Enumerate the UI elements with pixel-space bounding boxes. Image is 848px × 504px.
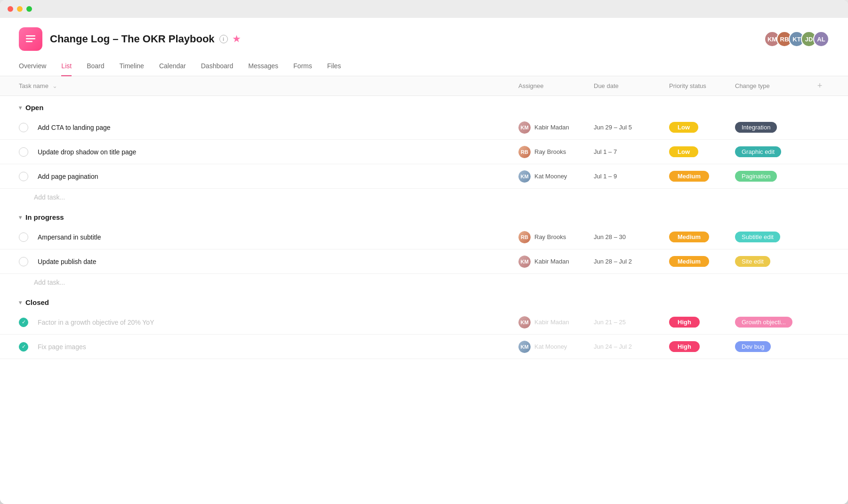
section-header-open[interactable]: ▾ Open xyxy=(0,96,848,115)
task-name: Add page pagination xyxy=(38,173,518,180)
assignee-cell: KM Kat Mooney xyxy=(518,341,594,353)
tab-board[interactable]: Board xyxy=(87,62,104,76)
maximize-button[interactable] xyxy=(26,6,32,12)
assignee-avatar: KM xyxy=(518,121,531,134)
duedate-cell: Jul 1 – 7 xyxy=(594,148,669,155)
table-row[interactable]: Ampersand in subtitle RB Ray Brooks Jun … xyxy=(0,225,848,249)
col-header-duedate: Due date xyxy=(594,82,669,89)
task-name: Fix page images xyxy=(38,343,518,351)
assignee-avatar: KM xyxy=(518,256,531,268)
table-row[interactable]: ✓ Fix page images KM Kat Mooney Jun 24 –… xyxy=(0,335,848,359)
task-checkbox[interactable] xyxy=(19,257,28,266)
priority-badge: Low xyxy=(669,122,698,133)
minimize-button[interactable] xyxy=(17,6,23,12)
duedate-cell: Jun 24 – Jul 2 xyxy=(594,343,669,350)
add-task-open[interactable]: Add task... xyxy=(0,189,848,206)
chevron-down-icon: ▾ xyxy=(19,299,22,306)
changetype-badge: Integration xyxy=(735,122,777,133)
assignee-avatar: KM xyxy=(518,316,531,328)
priority-cell: High xyxy=(669,317,735,328)
add-column-button[interactable]: + xyxy=(810,81,829,91)
tab-overview[interactable]: Overview xyxy=(19,62,46,76)
assignee-cell: KM Kabir Madan xyxy=(518,316,594,328)
priority-badge: Medium xyxy=(669,256,709,267)
task-name: Factor in a growth objective of 20% YoY xyxy=(38,319,518,326)
assignee-name: Kabir Madan xyxy=(534,319,569,326)
table-row[interactable]: Add CTA to landing page KM Kabir Madan J… xyxy=(0,115,848,140)
task-checkbox[interactable] xyxy=(19,147,28,157)
info-icon[interactable]: i xyxy=(219,35,228,43)
changetype-cell: Pagination xyxy=(735,171,810,182)
tab-calendar[interactable]: Calendar xyxy=(159,62,186,76)
task-name: Add CTA to landing page xyxy=(38,124,518,131)
app-body: Change Log – The OKR Playbook i ★ AL JD … xyxy=(0,18,848,504)
add-task-inprogress[interactable]: Add task... xyxy=(0,274,848,291)
header: Change Log – The OKR Playbook i ★ AL JD … xyxy=(0,18,848,51)
star-icon[interactable]: ★ xyxy=(233,34,240,44)
priority-cell: Low xyxy=(669,122,735,133)
chevron-down-icon: ▾ xyxy=(19,104,22,111)
task-checkbox[interactable]: ✓ xyxy=(19,342,28,352)
avatar[interactable]: AL xyxy=(813,31,829,47)
task-name-cell: Update publish date xyxy=(19,257,518,266)
section-header-closed[interactable]: ▾ Closed xyxy=(0,291,848,310)
priority-badge: Medium xyxy=(669,232,709,242)
taskname-chevron-icon[interactable]: ⌄ xyxy=(52,82,57,89)
table-row[interactable]: ✓ Factor in a growth objective of 20% Yo… xyxy=(0,310,848,335)
col-header-taskname: Task name ⌄ xyxy=(19,82,518,89)
svg-rect-2 xyxy=(26,41,32,42)
svg-rect-1 xyxy=(26,38,35,40)
titlebar xyxy=(0,0,848,18)
task-checkbox[interactable] xyxy=(19,232,28,242)
task-name: Update publish date xyxy=(38,258,518,265)
priority-cell: Medium xyxy=(669,232,735,242)
tab-messages[interactable]: Messages xyxy=(248,62,278,76)
header-avatars: AL JD KT RB KM xyxy=(764,31,829,47)
section-label-open: Open xyxy=(25,104,43,112)
section-label-closed: Closed xyxy=(25,298,49,306)
duedate-cell: Jun 21 – 25 xyxy=(594,319,669,326)
duedate-cell: Jul 1 – 9 xyxy=(594,173,669,180)
app-icon xyxy=(19,27,42,51)
tab-forms[interactable]: Forms xyxy=(293,62,312,76)
task-name-cell: Ampersand in subtitle xyxy=(19,232,518,242)
assignee-cell: KM Kabir Madan xyxy=(518,256,594,268)
table-row[interactable]: Update drop shadow on title page RB Ray … xyxy=(0,140,848,164)
tab-dashboard[interactable]: Dashboard xyxy=(201,62,234,76)
task-name-cell: Add page pagination xyxy=(19,172,518,181)
duedate-cell: Jun 29 – Jul 5 xyxy=(594,124,669,131)
col-header-priority: Priority status xyxy=(669,82,735,89)
task-checkbox[interactable]: ✓ xyxy=(19,318,28,327)
assignee-cell: RB Ray Brooks xyxy=(518,231,594,243)
table-header: Task name ⌄ Assignee Due date Priority s… xyxy=(0,76,848,96)
col-header-changetype: Change type xyxy=(735,82,810,89)
header-title: Change Log – The OKR Playbook i ★ xyxy=(50,33,240,45)
section-header-inprogress[interactable]: ▾ In progress xyxy=(0,206,848,225)
changetype-badge: Pagination xyxy=(735,171,777,182)
close-button[interactable] xyxy=(8,6,13,12)
table-row[interactable]: Update publish date KM Kabir Madan Jun 2… xyxy=(0,249,848,274)
changetype-badge: Growth objecti... xyxy=(735,317,792,328)
priority-badge: Low xyxy=(669,146,698,157)
priority-badge: High xyxy=(669,341,700,352)
task-name: Update drop shadow on title page xyxy=(38,148,518,156)
priority-cell: Medium xyxy=(669,171,735,182)
priority-badge: Medium xyxy=(669,171,709,182)
task-name-cell: ✓ Fix page images xyxy=(19,342,518,352)
assignee-cell: KM Kat Mooney xyxy=(518,170,594,183)
task-name: Ampersand in subtitle xyxy=(38,233,518,241)
tab-timeline[interactable]: Timeline xyxy=(120,62,144,76)
assignee-name: Kabir Madan xyxy=(534,258,569,265)
svg-rect-0 xyxy=(26,35,35,37)
task-checkbox[interactable] xyxy=(19,172,28,181)
table-row[interactable]: Add page pagination KM Kat Mooney Jul 1 … xyxy=(0,164,848,189)
priority-badge: High xyxy=(669,317,700,328)
tab-files[interactable]: Files xyxy=(327,62,341,76)
task-name-cell: Update drop shadow on title page xyxy=(19,147,518,157)
tab-list[interactable]: List xyxy=(61,62,72,76)
chevron-down-icon: ▾ xyxy=(19,214,22,221)
assignee-avatar: RB xyxy=(518,231,531,243)
assignee-cell: KM Kabir Madan xyxy=(518,121,594,134)
task-checkbox[interactable] xyxy=(19,123,28,132)
app-window: Change Log – The OKR Playbook i ★ AL JD … xyxy=(0,0,848,504)
